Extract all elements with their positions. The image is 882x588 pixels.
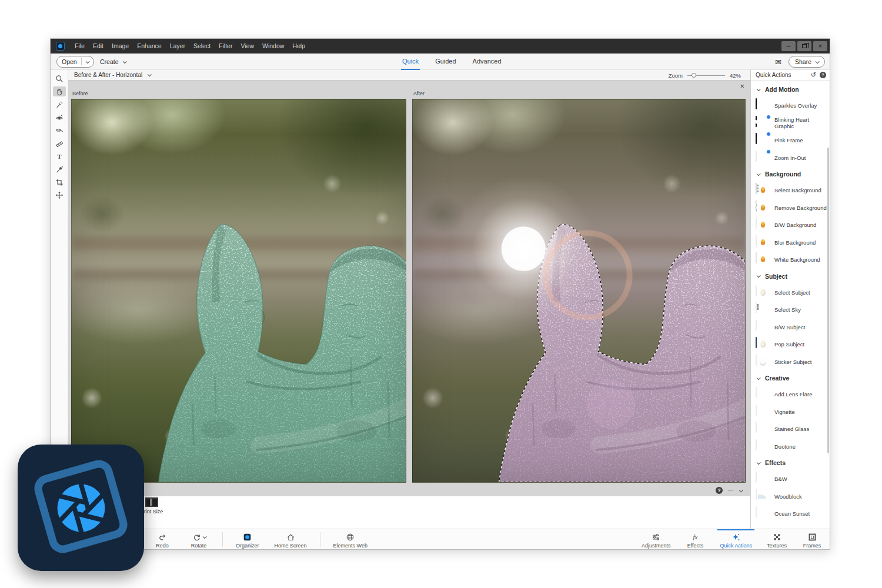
crop-tool[interactable] [53, 177, 66, 187]
move-tool[interactable] [53, 190, 66, 200]
menu-item-window[interactable]: Window [258, 39, 288, 54]
help-icon[interactable]: ? [716, 487, 723, 494]
envelope-icon[interactable]: ✉ [775, 58, 781, 66]
menu-item-layer[interactable]: Layer [166, 39, 189, 54]
adjust-icon [652, 533, 660, 542]
qa-item-vignette[interactable]: Vignette [751, 403, 830, 421]
view-options-bar: Before & After - Horizontal Zoom 42% [68, 70, 750, 81]
qa-item-duotone[interactable]: Duotone [751, 438, 830, 456]
tab-quick[interactable]: Quick [401, 54, 420, 70]
share-button-label: Share [795, 58, 811, 65]
bottom-home-screen-button[interactable]: Home Screen [272, 529, 309, 550]
bottom-adjustments-button[interactable]: Adjustments [639, 529, 673, 550]
qa-item-pop-subject[interactable]: Pop Subject [751, 336, 830, 353]
bottom-adjustments-label: Adjustments [642, 543, 671, 549]
zoom-slider[interactable] [687, 75, 725, 76]
menu-item-file[interactable]: File [71, 39, 89, 54]
bottom-elements-web-button[interactable]: Elements Web [331, 529, 370, 550]
bottom-textures-button[interactable]: Textures [764, 529, 790, 550]
spot-healing-tool[interactable] [53, 164, 66, 174]
restore-button[interactable] [797, 41, 811, 51]
qa-item-remove-background[interactable]: Remove Background [751, 199, 830, 217]
ocean-sunset-thumbnail-icon [756, 506, 757, 517]
share-button[interactable]: Share [789, 56, 825, 68]
qa-item-thumbnail [756, 472, 769, 486]
qa-item-select-subject[interactable]: Select Subject [751, 284, 830, 302]
qa-item-b-w[interactable]: B&W [751, 470, 830, 488]
zoom-slider-knob[interactable] [691, 73, 696, 78]
menu-item-edit[interactable]: Edit [89, 39, 108, 54]
bottom-effects-button[interactable]: Effects [682, 529, 708, 550]
menu-item-select[interactable]: Select [189, 39, 215, 54]
menu-item-image[interactable]: Image [108, 39, 133, 54]
close-button[interactable]: × [813, 41, 827, 51]
qa-item-select-sky[interactable]: Select Sky [751, 301, 830, 319]
qa-item-stained-glass[interactable]: Stained Glass [751, 420, 830, 438]
bottom-quick-actions-button[interactable]: Quick Actions [717, 529, 754, 550]
qa-item-zoom-in-out[interactable]: Zoom In-Out [751, 149, 830, 167]
qa-item-ocean-sunset[interactable]: Ocean Sunset [751, 505, 830, 523]
chevron-down-icon[interactable] [739, 488, 743, 492]
red-eye-removal-tool[interactable] [53, 112, 66, 122]
after-image[interactable] [412, 99, 746, 483]
create-button[interactable]: Create [98, 56, 128, 68]
panel-scrollbar[interactable] [827, 148, 829, 453]
type-icon [55, 152, 64, 161]
menu-item-enhance[interactable]: Enhance [133, 39, 165, 54]
statues-illustration-edited [413, 99, 745, 482]
blur-background-thumbnail-icon [756, 235, 757, 246]
qa-item-sparkles-overlay[interactable]: Sparkles Overlay [751, 97, 830, 115]
whiten-teeth-tool[interactable] [53, 125, 66, 135]
qa-item-thumbnail [756, 218, 769, 232]
hand-tool[interactable] [53, 86, 66, 96]
layout-preset-dropdown[interactable]: Before & After - Horizontal [68, 72, 151, 78]
qa-section-header-background[interactable]: Background [751, 166, 830, 182]
minimize-button[interactable]: – [781, 41, 796, 51]
reset-icon[interactable]: ↺ [811, 71, 816, 79]
menu-item-filter[interactable]: Filter [215, 39, 236, 54]
qa-section-header-add-motion[interactable]: Add Motion [751, 82, 830, 97]
open-button[interactable]: Open [56, 56, 94, 68]
qa-item-thumbnail [756, 133, 769, 147]
qa-item-blinking-heart-graphic[interactable]: Blinking Heart Graphic [751, 115, 830, 132]
more-options-icon[interactable]: ··· [728, 487, 734, 494]
close-icon[interactable]: × [740, 82, 744, 90]
menu-item-help[interactable]: Help [288, 39, 309, 54]
help-icon[interactable]: ? [820, 72, 826, 78]
select-background-thumbnail-icon [756, 183, 757, 194]
qa-section-header-creative[interactable]: Creative [751, 370, 830, 386]
qa-item-sticker-subject[interactable]: Sticker Subject [751, 353, 830, 371]
qa-item-pink-frame[interactable]: Pink Frame [751, 132, 830, 149]
qa-item-b-w-background[interactable]: B/W Background [751, 216, 830, 234]
bottom-home-screen-label: Home Screen [275, 543, 307, 549]
action-bar: Open Create QuickGuidedAdvanced ✉ Share [51, 54, 830, 70]
quick-selection-tool[interactable] [53, 99, 66, 109]
qa-item-label: Sticker Subject [774, 359, 811, 365]
qa-item-label: B/W Background [774, 222, 816, 228]
bottom-rotate-button[interactable]: Rotate [186, 529, 212, 550]
bottom-redo-button[interactable]: Redo [149, 529, 175, 550]
spot-icon [55, 165, 64, 173]
blinking-heart-graphic-thumbnail-icon [756, 116, 757, 127]
qa-section-header-subject[interactable]: Subject [751, 269, 830, 284]
before-image[interactable] [71, 99, 406, 483]
tab-advanced[interactable]: Advanced [472, 54, 503, 70]
qa-item-add-lens-flare[interactable]: Add Lens Flare [751, 386, 830, 403]
tab-guided[interactable]: Guided [434, 54, 457, 70]
add-lens-flare-thumbnail-icon [756, 387, 757, 398]
menu-item-view[interactable]: View [236, 39, 258, 54]
qa-section-header-effects[interactable]: Effects [751, 455, 830, 470]
qa-item-select-background[interactable]: Select Background [751, 182, 830, 199]
bottom-frames-button[interactable]: Frames [799, 529, 825, 550]
quick-actions-panel: Quick Actions ↺ ? Add MotionSparkles Ove… [750, 70, 830, 529]
straighten-tool[interactable] [53, 138, 66, 148]
qa-item-b-w-subject[interactable]: B/W Subject [751, 319, 830, 336]
home-icon [286, 533, 295, 542]
qa-item-woodblock[interactable]: Woodblock [751, 488, 830, 506]
bottom-organizer-button[interactable]: Organizer [233, 529, 262, 550]
zoom-tool[interactable] [53, 74, 66, 83]
chevron-down-icon[interactable] [85, 59, 89, 64]
qa-item-blur-background[interactable]: Blur Background [751, 234, 830, 252]
qa-item-white-background[interactable]: White Background [751, 251, 830, 269]
type-tool[interactable] [53, 151, 66, 161]
